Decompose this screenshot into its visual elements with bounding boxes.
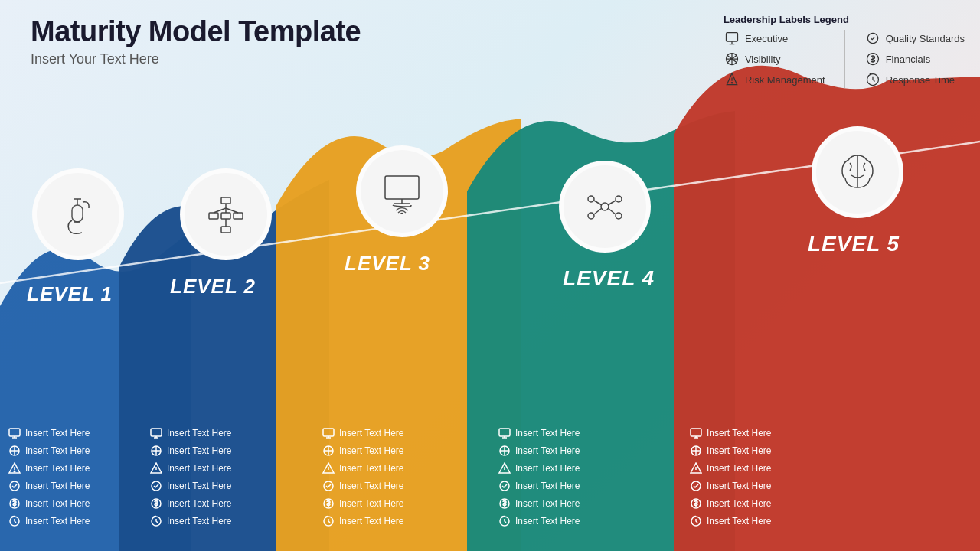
resp-icon-3 [322, 514, 335, 528]
fin-icon-1 [8, 497, 21, 510]
level-4-item-2: Insert Text Here [498, 444, 580, 458]
level-3-item-4: Insert Text Here [322, 479, 403, 493]
svg-rect-18 [221, 227, 230, 233]
svg-line-30 [608, 201, 616, 205]
svg-line-31 [594, 208, 602, 214]
legend-item-visibility: Visibility [724, 51, 825, 67]
qual-icon-5 [689, 479, 703, 493]
svg-point-24 [601, 203, 609, 210]
exec-icon-4 [498, 426, 511, 440]
legend-response-label: Response Time [886, 74, 955, 86]
exec-icon-3 [322, 426, 335, 440]
fin-icon-2 [149, 497, 163, 510]
svg-point-26 [616, 196, 622, 202]
svg-point-25 [588, 196, 594, 202]
risk-icon-2 [149, 461, 163, 475]
svg-rect-78 [691, 429, 701, 436]
level-2-item-5: Insert Text Here [149, 497, 231, 510]
risk-icon-4 [498, 461, 511, 475]
qual-icon-2 [149, 479, 163, 493]
exec-icon-5 [689, 426, 703, 440]
svg-line-32 [608, 208, 616, 214]
resp-icon-5 [689, 514, 703, 528]
qual-icon-3 [322, 479, 335, 493]
risk-icon-5 [689, 461, 703, 475]
level-3-items: Insert Text Here Insert Text Here Insert… [322, 426, 403, 528]
svg-point-23 [401, 214, 403, 215]
qual-icon-4 [498, 479, 511, 493]
header: Maturity Model Template Insert Your Text… [31, 15, 361, 67]
legend-item-executive: Executive [724, 30, 825, 47]
vis-icon-3 [322, 444, 335, 458]
fin-icon-5 [689, 497, 703, 510]
svg-rect-67 [499, 429, 510, 436]
fin-icon-3 [322, 497, 335, 510]
legend-item-financials: Financials [864, 51, 965, 67]
level-3-item-2: Insert Text Here [322, 444, 403, 458]
exec-icon-2 [149, 426, 163, 440]
vis-icon-4 [498, 444, 511, 458]
quality-icon [864, 30, 881, 47]
level-2-label: LEVEL 2 [170, 275, 256, 298]
svg-rect-56 [323, 429, 334, 436]
executive-icon [724, 30, 740, 47]
exec-icon-1 [8, 426, 21, 440]
level-1-item-1: Insert Text Here [8, 426, 90, 440]
legend-right-col: Quality Standards Financials [864, 30, 965, 88]
page-subtitle: Insert Your Text Here [31, 51, 361, 67]
level-3-label: LEVEL 3 [345, 252, 430, 276]
legend-item-response: Response Time [864, 71, 965, 88]
response-icon [864, 71, 881, 88]
level-1-item-2: Insert Text Here [8, 444, 90, 458]
level-1-label: LEVEL 1 [27, 282, 113, 306]
svg-rect-45 [151, 429, 162, 436]
level-3-item-6: Insert Text Here [322, 514, 403, 528]
visibility-icon [724, 51, 740, 67]
legend-executive-label: Executive [745, 33, 788, 44]
vis-icon-2 [149, 444, 163, 458]
level-1-item-6: Insert Text Here [8, 514, 90, 528]
svg-point-27 [588, 213, 594, 219]
legend: Leadership Labels Legend Executive [724, 14, 965, 88]
svg-line-29 [594, 201, 602, 205]
level-5-label: LEVEL 5 [808, 232, 900, 256]
level-2-item-4: Insert Text Here [149, 479, 231, 493]
level-5-item-4: Insert Text Here [689, 479, 771, 493]
level-2-items: Insert Text Here Insert Text Here Insert… [149, 426, 231, 528]
level-3-circle [356, 145, 448, 237]
risk-icon-1 [8, 461, 21, 475]
legend-financials-label: Financials [886, 54, 931, 65]
legend-quality-label: Quality Standards [886, 33, 965, 44]
level-2-item-1: Insert Text Here [149, 426, 231, 440]
level-2-item-6: Insert Text Here [149, 514, 231, 528]
legend-item-quality: Quality Standards [864, 30, 965, 47]
vis-icon-5 [689, 444, 703, 458]
resp-icon-4 [498, 514, 511, 528]
qual-icon-1 [8, 479, 21, 493]
level-3-item-3: Insert Text Here [322, 461, 403, 475]
level-4-item-3: Insert Text Here [498, 461, 580, 475]
level-1-items: Insert Text Here Insert Text Here Insert… [8, 426, 90, 528]
resp-icon-2 [149, 514, 163, 528]
vis-icon-1 [8, 444, 21, 458]
level-2-item-2: Insert Text Here [149, 444, 231, 458]
level-3-item-5: Insert Text Here [322, 497, 403, 510]
risk-icon [724, 71, 740, 88]
svg-line-17 [226, 208, 238, 213]
svg-point-3 [731, 83, 732, 83]
legend-title: Leadership Labels Legend [724, 14, 965, 25]
level-1-item-5: Insert Text Here [8, 497, 90, 510]
legend-divider [844, 30, 845, 88]
legend-risk-label: Risk Management [745, 74, 825, 86]
svg-point-28 [616, 213, 622, 219]
level-5-item-1: Insert Text Here [689, 426, 771, 440]
level-4-item-6: Insert Text Here [498, 514, 580, 528]
level-5-item-3: Insert Text Here [689, 461, 771, 475]
level-4-items: Insert Text Here Insert Text Here Insert… [498, 426, 580, 528]
svg-rect-20 [385, 176, 419, 199]
level-5-circle [812, 126, 903, 218]
level-5-item-2: Insert Text Here [689, 444, 771, 458]
level-5-item-5: Insert Text Here [689, 497, 771, 510]
svg-rect-0 [726, 33, 737, 42]
svg-rect-11 [221, 197, 230, 204]
